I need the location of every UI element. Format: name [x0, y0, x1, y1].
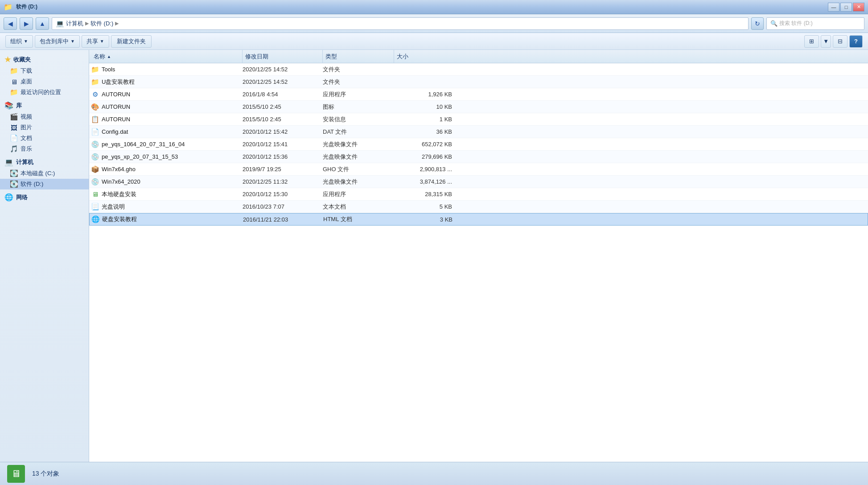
search-bar[interactable]: 🔍 搜索 软件 (D:): [766, 17, 864, 30]
file-row[interactable]: 📁 U盘安装教程 2020/12/25 14:52 文件夹: [89, 76, 868, 88]
file-row[interactable]: 📦 Win7x64.gho 2019/9/7 19:25 GHO 文件 2,90…: [89, 163, 868, 176]
search-placeholder: 搜索 软件 (D:): [779, 20, 813, 27]
file-row[interactable]: 📋 AUTORUN 2015/5/10 2:45 安装信息 1 KB: [89, 113, 868, 126]
sidebar-network-title[interactable]: 🌐 网络: [0, 191, 89, 203]
sidebar-computer-title[interactable]: 💻 计算机: [0, 156, 89, 168]
new-folder-label: 新建文件夹: [117, 37, 146, 45]
search-icon: 🔍: [770, 20, 777, 27]
share-button[interactable]: 共享 ▼: [82, 35, 109, 48]
sidebar-item-download[interactable]: 📁 下载: [0, 66, 89, 76]
include-library-button[interactable]: 包含到库中 ▼: [35, 35, 80, 48]
sidebar-section-network: 🌐 网络: [0, 191, 89, 203]
file-icon: ⚙: [91, 90, 99, 99]
minimize-button[interactable]: —: [828, 3, 839, 12]
file-row[interactable]: 💿 pe_yqs_1064_20_07_31_16_04 2020/10/12 …: [89, 138, 868, 151]
pane-button[interactable]: ⊟: [833, 35, 847, 48]
drive-d-label: 软件 (D:): [21, 180, 43, 188]
file-icon: 📄: [91, 128, 99, 136]
computer-label: 计算机: [16, 158, 33, 166]
cell-name: 🖥 本地硬盘安装: [91, 190, 243, 198]
view-button[interactable]: ⊞: [804, 35, 819, 48]
video-label: 视频: [21, 113, 32, 121]
sidebar-library-title[interactable]: 📚 库: [0, 99, 89, 111]
file-name: Win7x64_2020: [102, 178, 140, 185]
col-size-label: 大小: [397, 53, 408, 61]
file-row[interactable]: 📁 Tools 2020/12/25 14:52 文件夹: [89, 63, 868, 76]
cell-size: 1 KB: [394, 116, 452, 123]
forward-button[interactable]: ▶: [20, 17, 33, 30]
help-button[interactable]: ?: [849, 35, 863, 48]
cell-name: 📁 Tools: [91, 66, 243, 74]
favorites-icon: ★: [4, 55, 11, 64]
status-icon: 🖥: [7, 465, 25, 483]
address-bar: ◀ ▶ ▲ 💻 计算机 ▶ 软件 (D:) ▶ ↻ 🔍 搜索 软件 (D:): [0, 14, 868, 33]
file-name: 本地硬盘安装: [102, 190, 136, 198]
breadcrumb-sep-2: ▶: [115, 21, 119, 26]
breadcrumb[interactable]: 💻 计算机 ▶ 软件 (D:) ▶: [52, 17, 749, 30]
new-folder-button[interactable]: 新建文件夹: [111, 35, 152, 48]
library-label: 库: [16, 102, 22, 110]
file-name: AUTORUN: [102, 91, 130, 98]
file-row[interactable]: 📄 Config.dat 2020/10/12 15:42 DAT 文件 36 …: [89, 126, 868, 138]
file-row[interactable]: 🖥 本地硬盘安装 2020/10/12 15:30 应用程序 28,315 KB: [89, 188, 868, 201]
col-header-date[interactable]: 修改日期: [243, 50, 323, 63]
library-icon: 📚: [4, 101, 13, 110]
desktop-icon: 🖥: [10, 78, 18, 86]
cell-type: 文本文档: [323, 203, 394, 211]
breadcrumb-drive[interactable]: 软件 (D:): [91, 20, 113, 28]
organize-button[interactable]: 组织 ▼: [5, 35, 33, 48]
cell-size: 279,696 KB: [394, 153, 452, 160]
cell-date: 2020/10/12 15:42: [243, 128, 323, 135]
cell-size: 28,315 KB: [394, 191, 452, 197]
file-name: Config.dat: [102, 128, 128, 135]
sidebar-section-library: 📚 库 🎬 视频 🖼 图片 📄 文档 🎵 音乐: [0, 99, 89, 154]
cell-size: 3 KB: [395, 216, 453, 223]
file-icon: 🎨: [91, 103, 99, 111]
include-arrow: ▼: [70, 39, 75, 44]
col-header-size[interactable]: 大小: [394, 50, 452, 63]
sidebar-item-docs[interactable]: 📄 文档: [0, 133, 89, 144]
breadcrumb-sep-1: ▶: [85, 21, 89, 26]
file-row[interactable]: ⚙ AUTORUN 2016/1/8 4:54 应用程序 1,926 KB: [89, 88, 868, 101]
main-area: ★ 收藏夹 📁 下载 🖥 桌面 📁 最近访问的位置 📚 库: [0, 50, 868, 462]
col-header-type[interactable]: 类型: [323, 50, 394, 63]
cell-name: 🎨 AUTORUN: [91, 103, 243, 111]
sidebar-item-drive-c[interactable]: 💽 本地磁盘 (C:): [0, 168, 89, 179]
up-button[interactable]: ▲: [36, 17, 49, 30]
music-label: 音乐: [21, 145, 32, 153]
toolbar: 组织 ▼ 包含到库中 ▼ 共享 ▼ 新建文件夹 ⊞ ▼ ⊟ ?: [0, 33, 868, 50]
sidebar-item-pictures[interactable]: 🖼 图片: [0, 122, 89, 133]
sidebar-favorites-title[interactable]: ★ 收藏夹: [0, 53, 89, 66]
sidebar-section-computer: 💻 计算机 💽 本地磁盘 (C:) 💽 软件 (D:): [0, 156, 89, 189]
computer-icon: 💻: [4, 158, 13, 166]
maximize-button[interactable]: □: [840, 3, 852, 12]
sidebar-item-video[interactable]: 🎬 视频: [0, 111, 89, 122]
refresh-button[interactable]: ↻: [751, 17, 764, 30]
sidebar-item-recent[interactable]: 📁 最近访问的位置: [0, 87, 89, 98]
download-label: 下载: [21, 67, 32, 75]
close-button[interactable]: ✕: [853, 3, 864, 12]
sidebar-item-drive-d[interactable]: 💽 软件 (D:): [0, 179, 89, 189]
file-row[interactable]: 📃 光盘说明 2016/10/23 7:07 文本文档 5 KB: [89, 201, 868, 213]
back-button[interactable]: ◀: [4, 17, 17, 30]
cell-date: 2015/5/10 2:45: [243, 103, 323, 110]
folder-icon: 📁: [10, 67, 18, 75]
cell-type: 应用程序: [323, 190, 394, 198]
file-row[interactable]: 🎨 AUTORUN 2015/5/10 2:45 图标 10 KB: [89, 101, 868, 113]
col-date-label: 修改日期: [245, 53, 268, 61]
file-row[interactable]: 🌐 硬盘安装教程 2016/11/21 22:03 HTML 文档 3 KB: [89, 213, 868, 226]
sidebar-item-music[interactable]: 🎵 音乐: [0, 144, 89, 154]
file-name: 光盘说明: [102, 203, 125, 211]
sidebar-item-desktop[interactable]: 🖥 桌面: [0, 76, 89, 87]
view-dropdown[interactable]: ▼: [821, 35, 831, 48]
status-bar: 🖥 13 个对象: [0, 462, 868, 485]
file-row[interactable]: 💿 Win7x64_2020 2020/12/25 11:32 光盘映像文件 3…: [89, 176, 868, 188]
breadcrumb-computer[interactable]: 计算机: [66, 20, 83, 28]
cell-type: 应用程序: [323, 90, 394, 99]
cell-name: 💿 pe_yqs_1064_20_07_31_16_04: [91, 140, 243, 148]
cell-date: 2020/10/12 15:36: [243, 153, 323, 160]
file-row[interactable]: 💿 pe_yqs_xp_20_07_31_15_53 2020/10/12 15…: [89, 151, 868, 163]
cell-date: 2020/12/25 11:32: [243, 178, 323, 185]
file-icon: 📁: [91, 66, 99, 74]
col-header-name[interactable]: 名称 ▲: [91, 50, 243, 63]
